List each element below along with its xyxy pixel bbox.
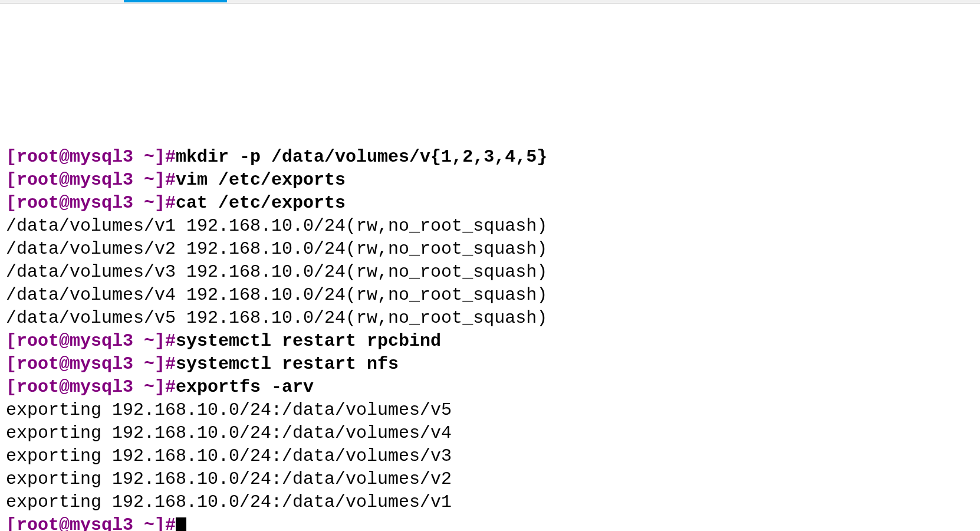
shell-output: /data/volumes/v2 192.168.10.0/24(rw,no_r… [6,239,547,259]
shell-output: /data/volumes/v5 192.168.10.0/24(rw,no_r… [6,308,547,328]
shell-output: /data/volumes/v1 192.168.10.0/24(rw,no_r… [6,216,547,236]
terminal-line: /data/volumes/v3 192.168.10.0/24(rw,no_r… [6,261,974,284]
shell-output: /data/volumes/v4 192.168.10.0/24(rw,no_r… [6,285,547,305]
terminal-line: exporting 192.168.10.0/24:/data/volumes/… [6,399,974,422]
shell-prompt: [root@mysql3 ~]# [6,331,176,351]
terminal-line: [root@mysql3 ~]#systemctl restart nfs [6,353,974,376]
terminal-line: exporting 192.168.10.0/24:/data/volumes/… [6,491,974,514]
shell-command: vim /etc/exports [176,170,346,190]
shell-output: exporting 192.168.10.0/24:/data/volumes/… [6,469,452,489]
active-tab-indicator [124,0,227,2]
shell-prompt: [root@mysql3 ~]# [6,193,176,213]
shell-output: exporting 192.168.10.0/24:/data/volumes/… [6,423,452,443]
terminal-line: [root@mysql3 ~]#mkdir -p /data/volumes/v… [6,146,974,169]
shell-prompt: [root@mysql3 ~]# [6,377,176,397]
shell-command: exportfs -arv [176,377,314,397]
shell-output: exporting 192.168.10.0/24:/data/volumes/… [6,400,452,420]
shell-output: exporting 192.168.10.0/24:/data/volumes/… [6,492,452,512]
shell-output: exporting 192.168.10.0/24:/data/volumes/… [6,446,452,466]
shell-prompt: [root@mysql3 ~]# [6,170,176,190]
shell-command: mkdir -p /data/volumes/v{1,2,3,4,5} [176,147,547,167]
terminal-line: exporting 192.168.10.0/24:/data/volumes/… [6,445,974,468]
terminal-line: exporting 192.168.10.0/24:/data/volumes/… [6,422,974,445]
terminal-line: /data/volumes/v5 192.168.10.0/24(rw,no_r… [6,307,974,330]
shell-command: systemctl restart rpcbind [176,331,441,351]
shell-command: cat /etc/exports [176,193,346,213]
shell-command: systemctl restart nfs [176,354,399,374]
shell-output: /data/volumes/v3 192.168.10.0/24(rw,no_r… [6,262,547,282]
terminal-line: /data/volumes/v1 192.168.10.0/24(rw,no_r… [6,215,974,238]
terminal-line: [root@mysql3 ~]#exportfs -arv [6,376,974,399]
terminal-line: exporting 192.168.10.0/24:/data/volumes/… [6,468,974,491]
shell-prompt: [root@mysql3 ~]# [6,515,176,531]
terminal-line: [root@mysql3 ~]# [6,514,974,531]
terminal-line: [root@mysql3 ~]#cat /etc/exports [6,192,974,215]
tab-bar [0,0,980,4]
terminal-line: [root@mysql3 ~]#vim /etc/exports [6,169,974,192]
terminal-line: /data/volumes/v2 192.168.10.0/24(rw,no_r… [6,238,974,261]
cursor-icon [176,517,186,531]
terminal-line: /data/volumes/v4 192.168.10.0/24(rw,no_r… [6,284,974,307]
shell-prompt: [root@mysql3 ~]# [6,147,176,167]
shell-prompt: [root@mysql3 ~]# [6,354,176,374]
terminal-line: [root@mysql3 ~]#systemctl restart rpcbin… [6,330,974,353]
terminal-output[interactable]: [root@mysql3 ~]#mkdir -p /data/volumes/v… [6,146,974,531]
